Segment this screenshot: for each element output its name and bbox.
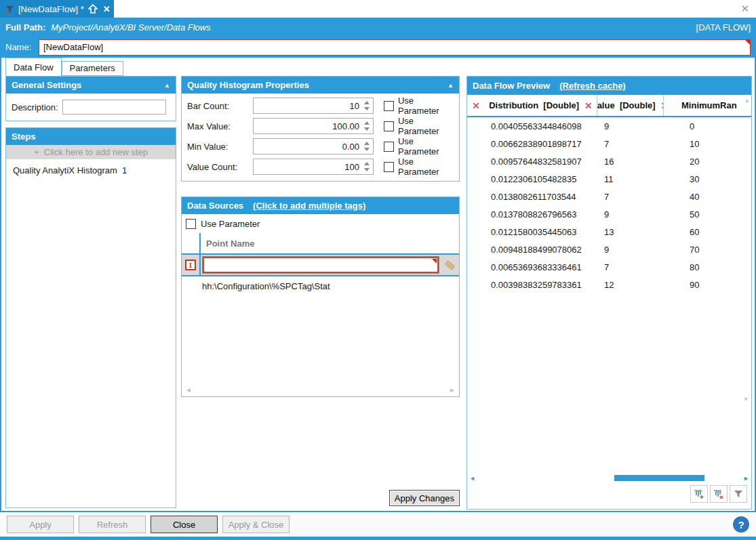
bar-count-label: Bar Count: [187, 101, 253, 111]
spinner-arrows[interactable] [361, 159, 373, 174]
spin-up-icon[interactable] [364, 162, 370, 165]
table-row[interactable]: 0.00948188499078062970 [467, 241, 751, 258]
cell-minimumrange: 0 [664, 121, 751, 131]
description-input[interactable] [62, 100, 166, 115]
tab-parameters[interactable]: Parameters [62, 61, 123, 76]
value-count-stepper[interactable]: 100 [253, 159, 374, 175]
point-name-column-header[interactable]: Point Name [199, 233, 459, 253]
scrollbar-track[interactable] [477, 475, 742, 481]
spinner-arrows[interactable] [361, 139, 373, 154]
point-name-row[interactable]: hh:\Configuration\%SPCTag\Stat [182, 276, 459, 291]
scrollbar-thumb[interactable] [614, 475, 704, 481]
vertical-scrollbar[interactable]: ▲ [743, 95, 751, 116]
use-parameter-checkbox[interactable] [384, 101, 394, 111]
document-tab[interactable]: [NewDataFlow] * ✕ [0, 0, 114, 18]
tab-close-icon[interactable]: ✕ [103, 4, 111, 14]
column-header-minimumrange[interactable]: MinimumRan [664, 95, 743, 116]
data-sources-title: Data Sources [187, 201, 243, 211]
scroll-left-icon[interactable]: ◄ [469, 475, 475, 482]
spin-up-icon[interactable] [364, 101, 370, 104]
spin-down-icon[interactable] [364, 168, 370, 171]
table-row[interactable]: 0.00662838901898717710 [467, 135, 751, 152]
dataflow-icon [5, 5, 14, 14]
refresh-cache-link[interactable]: (Refresh cache) [559, 81, 626, 91]
cell-value: 16 [597, 157, 664, 167]
add-multiple-tags-link[interactable]: (Click to add multiple tags) [253, 201, 365, 211]
field-row-bar-count: Bar Count: 10 Use Parameter [187, 98, 454, 114]
filter-button[interactable] [730, 485, 747, 503]
data-sources-header: Data Sources (Click to add multiple tags… [182, 197, 459, 214]
use-parameter-checkbox[interactable] [384, 142, 394, 152]
scroll-right-icon[interactable]: ► [743, 475, 749, 482]
apply-button[interactable]: Apply [7, 516, 74, 533]
point-name-input[interactable] [203, 257, 439, 273]
window-close-icon[interactable]: ✕ [740, 3, 749, 15]
horizontal-scrollbar[interactable]: ◄ ► [467, 473, 751, 483]
min-value-stepper[interactable]: 0.00 [253, 138, 374, 154]
delete-column-icon[interactable]: ✕ [584, 101, 593, 110]
scroll-right-icon[interactable]: ► [449, 386, 456, 394]
spin-up-icon[interactable] [364, 142, 370, 145]
name-bar: Name: [0, 37, 756, 58]
cell-minimumrange: 40 [664, 192, 751, 202]
add-step-button[interactable]: + Click here to add new step [6, 145, 176, 159]
preview-table-header: ✕ Distribution [Double]✕ Value [Double]✕… [467, 95, 751, 117]
use-parameter-checkbox[interactable] [384, 162, 394, 172]
spin-down-icon[interactable] [364, 127, 370, 131]
cell-distribution: 0.00948188499078062 [485, 245, 597, 255]
navigate-up-icon[interactable] [88, 4, 98, 14]
table-row[interactable]: 0.003983832597833611290 [467, 276, 751, 293]
general-settings-panel: General Settings ▲ Description: [5, 76, 176, 121]
collapse-up-icon[interactable]: ▲ [447, 82, 454, 89]
delete-icon[interactable]: ✕ [472, 101, 480, 110]
cell-minimumrange: 20 [664, 157, 751, 167]
name-input[interactable] [39, 39, 751, 56]
apply-changes-button[interactable]: Apply Changes [389, 490, 460, 506]
table-row[interactable]: 0.01223061054828351130 [467, 170, 751, 188]
min-value-value: 0.00 [254, 142, 361, 152]
table-row[interactable]: 0.00653693683336461780 [467, 258, 751, 276]
add-filter-row-button[interactable] [690, 485, 708, 503]
spin-up-icon[interactable] [364, 121, 370, 125]
edit-row-indicator-icon: I [185, 259, 196, 270]
spinner-arrows[interactable] [361, 119, 373, 133]
tag-browse-icon[interactable] [443, 257, 456, 272]
delete-all-columns-cell: ✕ [467, 95, 485, 116]
step-item[interactable]: Quality AnalytiX Histogram 1 [6, 159, 176, 182]
max-value-stepper[interactable]: 100.00 [253, 118, 374, 134]
tab-data-flow[interactable]: Data Flow [5, 58, 62, 76]
cell-distribution: 0.00662838901898717 [485, 139, 597, 149]
cell-distribution: 0.0137808826796563 [485, 209, 597, 220]
cell-minimumrange: 50 [664, 209, 751, 220]
spinner-arrows[interactable] [361, 98, 373, 113]
table-row[interactable]: 0.009576448325819071620 [467, 152, 751, 170]
use-parameter-label: Use Parameter [398, 116, 454, 136]
cell-distribution: 0.00653693683336461 [485, 262, 597, 272]
spin-down-icon[interactable] [364, 148, 370, 151]
clear-filter-row-button[interactable] [710, 485, 728, 503]
column-header-distribution[interactable]: Distribution [Double]✕ [485, 95, 597, 116]
table-row[interactable]: 0.0138082611703544740 [467, 188, 751, 205]
spin-down-icon[interactable] [364, 107, 370, 110]
bar-count-stepper[interactable]: 10 [253, 98, 374, 114]
scroll-left-icon[interactable]: ◄ [185, 386, 192, 394]
cell-minimumrange: 10 [664, 139, 751, 149]
use-parameter-checkbox[interactable] [186, 219, 196, 229]
use-parameter-label: Use Parameter [398, 136, 454, 157]
cell-value: 9 [597, 245, 664, 255]
collapse-up-icon[interactable]: ▲ [164, 82, 170, 89]
help-icon[interactable]: ? [733, 516, 749, 533]
scroll-down-icon[interactable]: ▼ [743, 396, 749, 402]
histogram-properties-header: Quality Histogram Properties ▲ [182, 77, 459, 94]
cell-value: 13 [597, 227, 664, 237]
apply-and-close-button[interactable]: Apply & Close [222, 516, 290, 533]
full-path-label: Full Path: [5, 22, 45, 33]
refresh-button[interactable]: Refresh [79, 516, 146, 533]
use-parameter-checkbox[interactable] [384, 121, 394, 131]
table-row[interactable]: 0.0137808826796563950 [467, 205, 751, 223]
column-header-value[interactable]: Value [Double]✕ [597, 95, 664, 116]
table-row[interactable]: 0.01215800354450631360 [467, 223, 751, 241]
close-button[interactable]: Close [151, 516, 218, 533]
full-path-bar: Full Path: MyProject/AnalytiX/BI Server/… [0, 18, 756, 37]
table-row[interactable]: 0.0040556334484609890 [467, 117, 751, 135]
